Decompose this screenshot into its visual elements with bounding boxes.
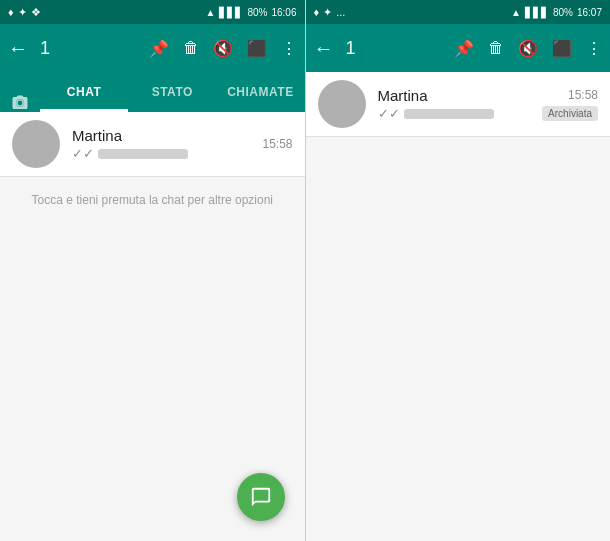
- toolbar-icons-left: 📌 🗑 🔇 ⬛ ⋮: [149, 39, 297, 58]
- status-right-icons-right: ▲ ▋▋▋ 80% 16:07: [511, 7, 602, 18]
- chat-preview-right: ✓✓: [378, 106, 531, 121]
- wifi-icon-r: ▲: [511, 7, 521, 18]
- chat-time-left: 15:58: [262, 137, 292, 151]
- signal-bars-icon-r: ▋▋▋: [525, 7, 549, 18]
- more-icon[interactable]: ⋮: [281, 39, 297, 58]
- tab-chiamate-left[interactable]: CHIAMATE: [216, 72, 304, 112]
- signal-bars-icon: ▋▋▋: [219, 7, 243, 18]
- chat-meta-right: 15:58 Archiviata: [542, 88, 598, 121]
- back-button-right[interactable]: ←: [314, 37, 334, 60]
- camera-tab-left[interactable]: [0, 94, 40, 112]
- chat-info-martina-right: Martina ✓✓: [378, 87, 531, 121]
- pin-icon-r[interactable]: 📌: [454, 39, 474, 58]
- chat-time-right: 15:58: [568, 88, 598, 102]
- more-icon-r[interactable]: ⋮: [586, 39, 602, 58]
- chat-name-right: Martina: [378, 87, 531, 104]
- avatar-martina-left: [12, 120, 60, 168]
- dots-icon-r: ...: [336, 6, 345, 18]
- status-left-icons: ♦ ✦ ❖: [8, 6, 41, 19]
- ticks-right: ✓✓: [378, 106, 400, 121]
- app-bar-right: ← 1 📌 🗑 🔇 ⬛ ⋮: [306, 24, 611, 72]
- archive-icon[interactable]: ⬛: [247, 39, 267, 58]
- content-area-right: Martina ✓✓ 15:58 Archiviata: [306, 72, 611, 541]
- signal-icon: ✦: [18, 6, 27, 19]
- chat-preview-left: ✓✓: [72, 146, 250, 161]
- time-right: 16:07: [577, 7, 602, 18]
- battery-pct-left: 80%: [247, 7, 267, 18]
- phone-panel-right: ♦ ✦ ... ▲ ▋▋▋ 80% 16:07 ← 1 📌 🗑 🔇 ⬛ ⋮ Ma…: [306, 0, 611, 541]
- delete-icon[interactable]: 🗑: [183, 39, 199, 57]
- hint-text-left: Tocca e tieni premuta la chat per altre …: [0, 193, 305, 207]
- avatar-martina-right: [318, 80, 366, 128]
- tab-chat-left[interactable]: CHAT: [40, 72, 128, 112]
- extra-icon: ❖: [31, 6, 41, 19]
- preview-bar-right: [404, 109, 494, 119]
- mute-icon-r[interactable]: 🔇: [518, 39, 538, 58]
- delete-icon-r[interactable]: 🗑: [488, 39, 504, 57]
- archive-icon-r[interactable]: ⬛: [552, 39, 572, 58]
- back-button-left[interactable]: ←: [8, 37, 28, 60]
- status-bar-right: ♦ ✦ ... ▲ ▋▋▋ 80% 16:07: [306, 0, 611, 24]
- compose-icon: [250, 486, 272, 508]
- toolbar-icons-right: 📌 🗑 🔇 ⬛ ⋮: [454, 39, 602, 58]
- pin-icon[interactable]: 📌: [149, 39, 169, 58]
- chat-meta-left: 15:58: [262, 137, 292, 151]
- chat-item-martina-right[interactable]: Martina ✓✓ 15:58 Archiviata: [306, 72, 611, 137]
- tabs-bar-left: CHAT STATO CHIAMATE: [0, 72, 305, 112]
- app-bar-left: ← 1 📌 🗑 🔇 ⬛ ⋮: [0, 24, 305, 72]
- phone-panel-left: ♦ ✦ ❖ ▲ ▋▋▋ 80% 16:06 ← 1 📌 🗑 🔇 ⬛ ⋮: [0, 0, 305, 541]
- tab-stato-left[interactable]: STATO: [128, 72, 216, 112]
- battery-pct-right: 80%: [553, 7, 573, 18]
- archived-badge: Archiviata: [542, 106, 598, 121]
- mute-icon[interactable]: 🔇: [213, 39, 233, 58]
- selected-counter-right: 1: [346, 38, 443, 59]
- content-area-left: Martina ✓✓ 15:58 Tocca e tieni premuta l…: [0, 112, 305, 541]
- chat-name-left: Martina: [72, 127, 250, 144]
- chat-info-martina-left: Martina ✓✓: [72, 127, 250, 161]
- signal-icon-r: ✦: [323, 6, 332, 19]
- wifi-icon: ▲: [206, 7, 216, 18]
- ticks-left: ✓✓: [72, 146, 94, 161]
- status-right-icons: ▲ ▋▋▋ 80% 16:06: [206, 7, 297, 18]
- time-left: 16:06: [271, 7, 296, 18]
- status-bar-left: ♦ ✦ ❖ ▲ ▋▋▋ 80% 16:06: [0, 0, 305, 24]
- chat-item-martina-left[interactable]: Martina ✓✓ 15:58: [0, 112, 305, 177]
- notification-icon-r: ♦: [314, 6, 320, 18]
- preview-bar-left: [98, 149, 188, 159]
- notification-icon: ♦: [8, 6, 14, 18]
- compose-fab-left[interactable]: [237, 473, 285, 521]
- selected-counter-left: 1: [40, 38, 137, 59]
- status-left-icons-right: ♦ ✦ ...: [314, 6, 346, 19]
